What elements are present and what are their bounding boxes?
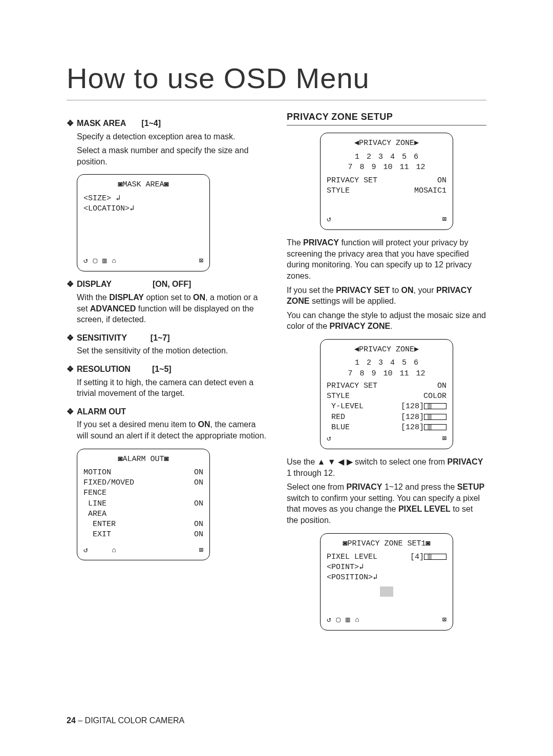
slider-icon: [424, 414, 446, 420]
osd-row: MOTIONON: [83, 468, 203, 478]
close-icon: ⊠: [442, 615, 446, 625]
osd-row: RED[128]: [327, 412, 446, 423]
osd-title: ◀PRIVACY ZONE▶: [327, 345, 446, 355]
osd-row: PRIVACY SETON: [327, 176, 446, 186]
paragraph: The PRIVACY function will protect your p…: [287, 237, 486, 281]
back-icon: ↺: [83, 545, 88, 555]
section-title: PRIVACY ZONE SETUP: [287, 111, 486, 125]
back-icon: ↺: [83, 256, 88, 266]
param-display: ❖ DISPLAY [ON, OFF]: [67, 279, 266, 290]
osd-line: <POSITION>↲: [327, 573, 446, 583]
right-column: PRIVACY ZONE SETUP ◀PRIVACY ZONE▶ 123456…: [287, 111, 486, 638]
paragraph: If you set the PRIVACY SET to ON, your P…: [287, 285, 486, 307]
home-icon: ⌂: [112, 256, 116, 266]
osd-row: FENCE: [83, 488, 203, 498]
param-name: MASK AREA: [77, 118, 126, 129]
osd-row: BLUE[128]: [327, 423, 446, 433]
param-range: [1~7]: [151, 332, 170, 344]
paragraph: You can change the style to adjust the m…: [287, 310, 486, 332]
param-name: ALARM OUT: [77, 406, 126, 417]
close-icon: ⊠: [442, 434, 446, 444]
osd-title: ◀PRIVACY ZONE▶: [327, 138, 446, 149]
paragraph: Select one from PRIVACY 1~12 and press t…: [287, 481, 486, 526]
nav-icon: ▢: [93, 256, 97, 266]
back-icon: ↺: [327, 215, 331, 224]
param-range: [1~5]: [152, 364, 172, 375]
osd-title: ◙MASK AREA◙: [83, 180, 203, 190]
param-sensitivity: ❖ SENSITIVITY [1~7]: [67, 332, 266, 344]
osd-row: FIXED/MOVEDON: [83, 478, 203, 488]
osd-privacy-zone-2: ◀PRIVACY ZONE▶ 123456 789101112 PRIVACY …: [320, 339, 453, 449]
osd-line: <LOCATION>↲: [83, 204, 203, 214]
param-desc: If setting it to high, the camera can de…: [77, 377, 266, 399]
close-icon: ⊠: [442, 215, 446, 224]
osd-grid-row: 789101112: [327, 369, 446, 379]
preview-box-icon: [380, 586, 393, 597]
param-desc: Set the sensitivity of the motion detect…: [77, 345, 266, 356]
osd-privacy-zone-set1: ◙PRIVACY ZONE SET1◙ PIXEL LEVEL[4] <POIN…: [320, 533, 453, 631]
paragraph: Use the ▲ ▼ ◀ ▶ switch to select one fro…: [287, 456, 486, 478]
param-name: RESOLUTION: [77, 364, 131, 375]
param-alarm-out: ❖ ALARM OUT: [67, 406, 266, 417]
osd-title: ◙PRIVACY ZONE SET1◙: [327, 539, 446, 549]
page-footer: 24 – DIGITAL COLOR CAMERA: [67, 716, 184, 725]
param-range: [1~4]: [141, 118, 161, 129]
osd-grid-row: 789101112: [327, 162, 446, 173]
param-desc: If you set a desired menu item to ON, th…: [77, 419, 266, 441]
nav-icon: ▢: [336, 615, 340, 625]
nav-icon: ▥: [346, 615, 350, 625]
param-name: DISPLAY: [77, 279, 112, 290]
osd-grid-row: 123456: [327, 152, 446, 162]
osd-row: EXITON: [83, 530, 203, 540]
page-title: How to use OSD Menu: [67, 61, 486, 100]
left-column: ❖ MASK AREA [1~4] Specify a detection ex…: [67, 111, 266, 638]
osd-title: ◙ALARM OUT◙: [83, 454, 203, 465]
osd-row: STYLECOLOR: [327, 391, 446, 402]
home-icon: ⌂: [355, 615, 359, 625]
osd-privacy-zone-1: ◀PRIVACY ZONE▶ 123456 789101112 PRIVACY …: [320, 133, 453, 230]
osd-alarm-out: ◙ALARM OUT◙ MOTIONON FIXED/MOVEDON FENCE…: [77, 449, 210, 561]
param-resolution: ❖ RESOLUTION [1~5]: [67, 364, 266, 375]
back-icon: ↺: [327, 615, 331, 625]
osd-line: <SIZE> ↲: [83, 194, 203, 204]
slider-icon: [424, 424, 446, 430]
close-icon: ⊠: [199, 545, 203, 555]
home-icon: ⌂: [112, 545, 116, 555]
osd-row: LINEON: [83, 499, 203, 509]
osd-row: PIXEL LEVEL[4]: [327, 552, 446, 562]
param-desc: Select a mask number and specify the siz…: [77, 145, 266, 167]
osd-mask-area: ◙MASK AREA◙ <SIZE> ↲ <LOCATION>↲ ↺ ▢ ▥ ⌂…: [77, 174, 210, 271]
osd-line: <POINT>↲: [327, 562, 446, 573]
param-desc: Specify a detection exception area to ma…: [77, 131, 266, 142]
param-desc: With the DISPLAY option set to ON, a mot…: [77, 292, 266, 325]
back-icon: ↺: [327, 434, 331, 444]
close-icon: ⊠: [199, 256, 203, 266]
osd-row: Y-LEVEL[128]: [327, 402, 446, 412]
param-name: SENSITIVITY: [77, 332, 127, 344]
osd-row: AREA: [83, 509, 203, 519]
slider-icon: [424, 403, 446, 409]
param-range: [ON, OFF]: [153, 279, 192, 290]
osd-row: ENTERON: [83, 519, 203, 530]
nav-icon: ▥: [102, 256, 107, 266]
slider-icon: [424, 554, 446, 560]
osd-row: STYLEMOSAIC1: [327, 186, 446, 196]
osd-row: PRIVACY SETON: [327, 381, 446, 391]
osd-grid-row: 123456: [327, 358, 446, 368]
param-mask-area: ❖ MASK AREA [1~4]: [67, 118, 266, 129]
